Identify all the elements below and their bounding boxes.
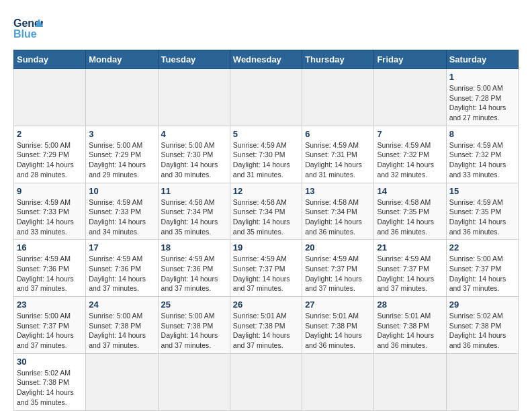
table-row: 9Sunrise: 4:59 AMSunset: 7:33 PMDaylight…	[14, 183, 86, 240]
page-header: General Blue	[13, 13, 519, 43]
day-number: 19	[233, 242, 299, 253]
day-info: Sunrise: 5:02 AMSunset: 7:38 PMDaylight:…	[449, 312, 506, 349]
day-info: Sunrise: 4:58 AMSunset: 7:34 PMDaylight:…	[233, 198, 290, 236]
day-number: 16	[17, 242, 83, 253]
day-info: Sunrise: 5:00 AMSunset: 7:37 PMDaylight:…	[17, 312, 74, 349]
table-row: 5Sunrise: 4:59 AMSunset: 7:30 PMDaylight…	[230, 126, 302, 183]
day-number: 21	[377, 242, 443, 253]
empty-cell	[446, 353, 518, 410]
table-row: 12Sunrise: 4:58 AMSunset: 7:34 PMDayligh…	[230, 183, 302, 240]
calendar-week-1: 1Sunrise: 5:00 AMSunset: 7:28 PMDaylight…	[14, 69, 519, 126]
day-info: Sunrise: 4:59 AMSunset: 7:36 PMDaylight:…	[89, 255, 146, 292]
table-row: 15Sunrise: 4:59 AMSunset: 7:35 PMDayligh…	[446, 183, 518, 240]
logo-icon: General Blue	[13, 13, 43, 43]
svg-text:Blue: Blue	[13, 28, 37, 40]
day-number: 17	[89, 242, 154, 253]
day-info: Sunrise: 5:00 AMSunset: 7:29 PMDaylight:…	[89, 141, 146, 179]
day-number: 7	[377, 129, 443, 139]
table-row: 19Sunrise: 4:59 AMSunset: 7:37 PMDayligh…	[230, 240, 302, 297]
empty-cell	[86, 353, 158, 410]
table-row: 28Sunrise: 5:01 AMSunset: 7:38 PMDayligh…	[374, 297, 446, 354]
empty-cell	[158, 353, 230, 410]
day-number: 2	[17, 129, 83, 139]
day-number: 3	[89, 129, 154, 139]
header-saturday: Saturday	[446, 50, 518, 69]
day-info: Sunrise: 4:59 AMSunset: 7:31 PMDaylight:…	[305, 141, 362, 179]
table-row: 30Sunrise: 5:02 AMSunset: 7:38 PMDayligh…	[14, 353, 86, 410]
table-row: 11Sunrise: 4:58 AMSunset: 7:34 PMDayligh…	[158, 183, 230, 240]
day-info: Sunrise: 4:59 AMSunset: 7:35 PMDaylight:…	[449, 198, 506, 236]
day-info: Sunrise: 5:01 AMSunset: 7:38 PMDaylight:…	[305, 312, 362, 349]
day-info: Sunrise: 5:00 AMSunset: 7:37 PMDaylight:…	[449, 255, 506, 292]
day-number: 1	[449, 72, 515, 82]
header-friday: Friday	[374, 50, 446, 69]
day-number: 5	[233, 129, 299, 139]
day-info: Sunrise: 5:00 AMSunset: 7:29 PMDaylight:…	[17, 141, 74, 179]
table-row: 8Sunrise: 4:59 AMSunset: 7:32 PMDaylight…	[446, 126, 518, 183]
calendar-week-2: 2Sunrise: 5:00 AMSunset: 7:29 PMDaylight…	[14, 126, 519, 183]
empty-cell	[302, 69, 374, 126]
empty-cell	[374, 353, 446, 410]
day-number: 4	[161, 129, 227, 139]
day-number: 11	[161, 186, 227, 196]
day-number: 25	[161, 300, 227, 310]
day-number: 15	[449, 186, 515, 196]
calendar-header-row: SundayMondayTuesdayWednesdayThursdayFrid…	[14, 50, 519, 69]
day-number: 26	[233, 300, 299, 310]
day-number: 24	[89, 300, 154, 310]
day-info: Sunrise: 4:59 AMSunset: 7:33 PMDaylight:…	[89, 198, 146, 236]
table-row: 7Sunrise: 4:59 AMSunset: 7:32 PMDaylight…	[374, 126, 446, 183]
day-info: Sunrise: 4:59 AMSunset: 7:32 PMDaylight:…	[377, 141, 434, 179]
day-info: Sunrise: 4:59 AMSunset: 7:36 PMDaylight:…	[17, 255, 74, 292]
day-number: 8	[449, 129, 515, 139]
day-number: 6	[305, 129, 371, 139]
table-row: 23Sunrise: 5:00 AMSunset: 7:37 PMDayligh…	[14, 297, 86, 354]
day-number: 14	[377, 186, 443, 196]
day-number: 10	[89, 186, 154, 196]
calendar-week-3: 9Sunrise: 4:59 AMSunset: 7:33 PMDaylight…	[14, 183, 519, 240]
header-tuesday: Tuesday	[158, 50, 230, 69]
empty-cell	[374, 69, 446, 126]
day-info: Sunrise: 5:01 AMSunset: 7:38 PMDaylight:…	[233, 312, 290, 349]
day-info: Sunrise: 5:00 AMSunset: 7:28 PMDaylight:…	[449, 84, 506, 122]
day-info: Sunrise: 4:58 AMSunset: 7:34 PMDaylight:…	[305, 198, 362, 236]
day-info: Sunrise: 4:59 AMSunset: 7:37 PMDaylight:…	[305, 255, 362, 292]
day-info: Sunrise: 4:59 AMSunset: 7:33 PMDaylight:…	[17, 198, 74, 236]
calendar-week-6: 30Sunrise: 5:02 AMSunset: 7:38 PMDayligh…	[14, 353, 519, 410]
header-wednesday: Wednesday	[230, 50, 302, 69]
table-row: 2Sunrise: 5:00 AMSunset: 7:29 PMDaylight…	[14, 126, 86, 183]
day-info: Sunrise: 4:59 AMSunset: 7:37 PMDaylight:…	[377, 255, 434, 292]
table-row: 6Sunrise: 4:59 AMSunset: 7:31 PMDaylight…	[302, 126, 374, 183]
empty-cell	[230, 353, 302, 410]
table-row: 22Sunrise: 5:00 AMSunset: 7:37 PMDayligh…	[446, 240, 518, 297]
calendar-body: 1Sunrise: 5:00 AMSunset: 7:28 PMDaylight…	[14, 69, 519, 411]
day-info: Sunrise: 5:00 AMSunset: 7:30 PMDaylight:…	[161, 141, 218, 179]
table-row: 10Sunrise: 4:59 AMSunset: 7:33 PMDayligh…	[86, 183, 158, 240]
day-number: 12	[233, 186, 299, 196]
table-row: 3Sunrise: 5:00 AMSunset: 7:29 PMDaylight…	[86, 126, 158, 183]
day-info: Sunrise: 4:59 AMSunset: 7:32 PMDaylight:…	[449, 141, 506, 179]
table-row: 14Sunrise: 4:58 AMSunset: 7:35 PMDayligh…	[374, 183, 446, 240]
table-row: 18Sunrise: 4:59 AMSunset: 7:36 PMDayligh…	[158, 240, 230, 297]
calendar-table: SundayMondayTuesdayWednesdayThursdayFrid…	[13, 50, 519, 411]
header-monday: Monday	[86, 50, 158, 69]
table-row: 24Sunrise: 5:00 AMSunset: 7:38 PMDayligh…	[86, 297, 158, 354]
table-row: 26Sunrise: 5:01 AMSunset: 7:38 PMDayligh…	[230, 297, 302, 354]
table-row: 21Sunrise: 4:59 AMSunset: 7:37 PMDayligh…	[374, 240, 446, 297]
day-number: 9	[17, 186, 83, 196]
empty-cell	[86, 69, 158, 126]
day-info: Sunrise: 5:00 AMSunset: 7:38 PMDaylight:…	[161, 312, 218, 349]
day-number: 18	[161, 242, 227, 253]
day-number: 28	[377, 300, 443, 310]
day-number: 27	[305, 300, 371, 310]
day-number: 22	[449, 242, 515, 253]
table-row: 27Sunrise: 5:01 AMSunset: 7:38 PMDayligh…	[302, 297, 374, 354]
day-info: Sunrise: 5:01 AMSunset: 7:38 PMDaylight:…	[377, 312, 434, 349]
table-row: 25Sunrise: 5:00 AMSunset: 7:38 PMDayligh…	[158, 297, 230, 354]
day-info: Sunrise: 5:02 AMSunset: 7:38 PMDaylight:…	[17, 369, 74, 406]
table-row: 17Sunrise: 4:59 AMSunset: 7:36 PMDayligh…	[86, 240, 158, 297]
table-row: 20Sunrise: 4:59 AMSunset: 7:37 PMDayligh…	[302, 240, 374, 297]
day-number: 29	[449, 300, 515, 310]
day-info: Sunrise: 4:59 AMSunset: 7:37 PMDaylight:…	[233, 255, 290, 292]
day-number: 30	[17, 357, 83, 367]
